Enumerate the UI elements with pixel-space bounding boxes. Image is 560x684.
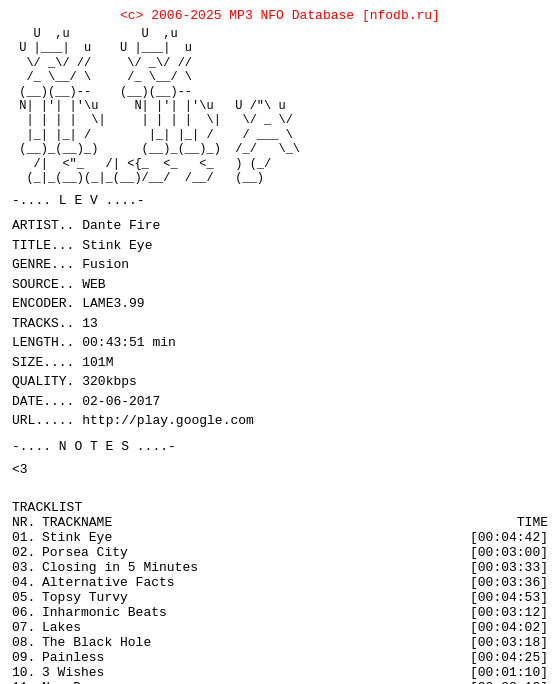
- table-row: 04.Alternative Facts[00:03:36]: [12, 575, 548, 590]
- track-name: The Black Hole: [42, 635, 448, 650]
- table-row: 02.Porsea City[00:03:00]: [12, 545, 548, 560]
- table-row: 08.The Black Hole[00:03:18]: [12, 635, 548, 650]
- table-row: 05.Topsy Turvy[00:04:53]: [12, 590, 548, 605]
- divider-lev: -.... L E V ....-: [12, 193, 548, 208]
- track-nr: 09.: [12, 650, 42, 665]
- genre-value: Fusion: [82, 257, 129, 272]
- source-label: SOURCE..: [12, 277, 74, 292]
- track-time: [00:03:18]: [448, 635, 548, 650]
- size-value: 101M: [82, 355, 113, 370]
- title-value: Stink Eye: [82, 238, 152, 253]
- length-label: LENGTH..: [12, 335, 74, 350]
- track-time: [00:03:36]: [448, 575, 548, 590]
- encoder-value: LAME3.99: [82, 296, 144, 311]
- track-nr: 02.: [12, 545, 42, 560]
- size-label: SIZE....: [12, 355, 74, 370]
- notes-content: <3: [12, 462, 548, 477]
- track-name: 3 Wishes: [42, 665, 448, 680]
- quality-label: QUALITY.: [12, 374, 74, 389]
- tracklist-header: TRACKLIST: [12, 485, 548, 515]
- col-trackname: TRACKNAME: [42, 515, 448, 530]
- track-time: [00:04:53]: [448, 590, 548, 605]
- length-value: 00:43:51 min: [82, 335, 176, 350]
- track-time: [00:04:42]: [448, 530, 548, 545]
- col-nr: NR.: [12, 515, 42, 530]
- tracklist-table: NR. TRACKNAME TIME 01.Stink Eye[00:04:42…: [12, 515, 548, 684]
- artist-value: Dante Fire: [82, 218, 160, 233]
- table-row: 10.3 Wishes[00:01:10]: [12, 665, 548, 680]
- info-block: ARTIST.. Dante Fire TITLE... Stink Eye G…: [12, 216, 548, 431]
- track-time: [00:03:33]: [448, 560, 548, 575]
- table-row: 06.Inharmonic Beats[00:03:12]: [12, 605, 548, 620]
- divider-notes: -.... N O T E S ....-: [12, 439, 548, 454]
- col-time: TIME: [448, 515, 548, 530]
- track-time: [00:03:12]: [448, 680, 548, 684]
- date-label: DATE....: [12, 394, 74, 409]
- quality-value: 320kbps: [82, 374, 137, 389]
- track-name: Inharmonic Beats: [42, 605, 448, 620]
- track-time: [00:01:10]: [448, 665, 548, 680]
- ascii-art-logo: U ,u U ,u U |___| u U |___| u \/ _\/ // …: [12, 27, 548, 185]
- copyright-text: <c> 2006-2025 MP3 NFO Database [nfodb.ru…: [12, 8, 548, 23]
- track-time: [00:03:00]: [448, 545, 548, 560]
- track-nr: 10.: [12, 665, 42, 680]
- track-name: Lakes: [42, 620, 448, 635]
- source-value: WEB: [82, 277, 105, 292]
- track-nr: 07.: [12, 620, 42, 635]
- track-nr: 04.: [12, 575, 42, 590]
- track-name: Alternative Facts: [42, 575, 448, 590]
- track-name: Porsea City: [42, 545, 448, 560]
- track-time: [00:04:25]: [448, 650, 548, 665]
- table-row: 09.Painless[00:04:25]: [12, 650, 548, 665]
- url-label: URL.....: [12, 413, 74, 428]
- track-nr: 03.: [12, 560, 42, 575]
- track-name: Stink Eye: [42, 530, 448, 545]
- track-nr: 08.: [12, 635, 42, 650]
- track-nr: 11.: [12, 680, 42, 684]
- track-nr: 01.: [12, 530, 42, 545]
- url-value: http://play.google.com: [82, 413, 254, 428]
- track-time: [00:03:12]: [448, 605, 548, 620]
- tracks-label: TRACKS..: [12, 316, 74, 331]
- track-nr: 05.: [12, 590, 42, 605]
- tracks-value: 13: [82, 316, 98, 331]
- track-name: New Day: [42, 680, 448, 684]
- encoder-label: ENCODER.: [12, 296, 74, 311]
- track-time: [00:04:02]: [448, 620, 548, 635]
- table-row: 07.Lakes[00:04:02]: [12, 620, 548, 635]
- track-name: Topsy Turvy: [42, 590, 448, 605]
- track-nr: 06.: [12, 605, 42, 620]
- track-name: Painless: [42, 650, 448, 665]
- title-label: TITLE...: [12, 238, 74, 253]
- tracklist-columns: NR. TRACKNAME TIME: [12, 515, 548, 530]
- tracklist-title: TRACKLIST: [12, 500, 82, 515]
- date-value: 02-06-2017: [82, 394, 160, 409]
- table-row: 01.Stink Eye[00:04:42]: [12, 530, 548, 545]
- artist-label: ARTIST..: [12, 218, 74, 233]
- genre-label: GENRE...: [12, 257, 74, 272]
- table-row: 11.New Day[00:03:12]: [12, 680, 548, 684]
- table-row: 03.Closing in 5 Minutes[00:03:33]: [12, 560, 548, 575]
- track-name: Closing in 5 Minutes: [42, 560, 448, 575]
